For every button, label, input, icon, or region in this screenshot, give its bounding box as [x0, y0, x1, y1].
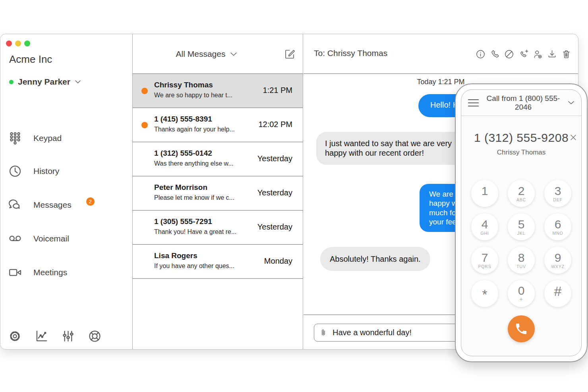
- dialpad-key-6[interactable]: 6MNO: [544, 213, 571, 240]
- sidebar-item-messages[interactable]: Messages 2: [0, 193, 132, 217]
- conversation-time: 1:21 PM: [263, 86, 292, 95]
- conversation-preview: Thanks again for your help...: [154, 126, 235, 133]
- dialed-number-row: 1 (312) 555-9208: [461, 131, 581, 145]
- user-selector[interactable]: Jenny Parker: [9, 77, 81, 87]
- call-icon: [514, 322, 528, 336]
- dialer-header: Call from 1 (800) 555-2046: [461, 90, 581, 116]
- messages-icon: [8, 198, 22, 212]
- dialpad-key-9[interactable]: 9WXYZ: [544, 247, 571, 274]
- dialpad-key-1[interactable]: 1: [471, 180, 498, 207]
- conversation-name: Peter Morrison: [154, 183, 207, 192]
- sidebar-item-history[interactable]: History: [0, 159, 132, 183]
- message-bubble-incoming: Absolutely! Thanks again.: [320, 247, 430, 271]
- dialpad-key-8[interactable]: 8TUV: [508, 247, 535, 274]
- conversation-preview: If you have any other ques...: [154, 263, 234, 270]
- add-call-icon[interactable]: [518, 49, 529, 60]
- chevron-down-icon: [75, 79, 81, 84]
- dialed-number: 1 (312) 555-9208: [474, 131, 569, 144]
- conversation-row[interactable]: Lisa Rogers If you have any other ques..…: [133, 245, 303, 279]
- attachment-paperclip-icon[interactable]: [319, 328, 328, 337]
- conversation-row[interactable]: 1 (312) 555-0142 Was there anything else…: [133, 142, 303, 176]
- conversation-row[interactable]: 1 (305) 555-7291 Thank you! Have a great…: [133, 210, 303, 245]
- conversation-preview: Please let me know if we c...: [154, 194, 234, 201]
- sidebar-item-label: Messages: [33, 200, 72, 210]
- conversation-time: Yesterday: [257, 188, 292, 197]
- sidebar-item-keypad[interactable]: Keypad: [0, 126, 132, 151]
- add-contact-icon[interactable]: [532, 49, 543, 60]
- meetings-icon: [8, 265, 22, 280]
- conversation-preview: Thank you! Have a great re...: [154, 228, 236, 236]
- analytics-chart-icon[interactable]: [34, 329, 49, 344]
- info-icon[interactable]: [475, 49, 486, 60]
- sidebar-item-label: History: [33, 166, 59, 176]
- chat-toolbar: [475, 34, 572, 74]
- conversation-time: 12:02 PM: [258, 120, 292, 129]
- unread-count-badge: 2: [86, 197, 95, 206]
- chevron-down-icon[interactable]: [568, 100, 574, 105]
- dialed-contact-name: Chrissy Thomas: [461, 149, 581, 156]
- chevron-down-icon: [230, 52, 237, 56]
- conversation-name: 1 (415) 555-8391: [154, 115, 212, 124]
- conversation-name: Lisa Rogers: [154, 251, 197, 260]
- conversation-name: Chrissy Thomas: [154, 81, 213, 89]
- company-name: Acme Inc: [9, 53, 52, 66]
- dialpad: 1 2ABC 3DEF 4GHI 5JKL 6MNO 7PQRS 8TUV: [471, 180, 571, 307]
- message-filter-dropdown[interactable]: All Messages: [133, 34, 280, 74]
- conversation-name: 1 (305) 555-7291: [154, 217, 212, 226]
- dialpad-key-3[interactable]: 3DEF: [544, 180, 571, 207]
- dialer-screen: Call from 1 (800) 555-2046 1 (312) 555-9…: [461, 89, 582, 356]
- sidebar-footer: [8, 329, 102, 344]
- filter-label: All Messages: [176, 49, 226, 59]
- sidebar-item-meetings[interactable]: Meetings: [0, 260, 132, 285]
- recipient-label: To: Chrissy Thomas: [314, 48, 387, 58]
- voicemail-icon: [8, 232, 22, 246]
- dialpad-key-4[interactable]: 4GHI: [471, 213, 498, 240]
- user-name: Jenny Parker: [18, 77, 70, 87]
- list-header: All Messages: [133, 34, 303, 74]
- history-icon: [8, 164, 22, 178]
- compose-message-icon[interactable]: [284, 48, 296, 60]
- call-button[interactable]: [508, 315, 535, 342]
- sliders-icon[interactable]: [61, 329, 75, 344]
- dialpad-key-2[interactable]: 2ABC: [508, 180, 535, 207]
- window-controls: [6, 41, 30, 46]
- status-dot: [9, 80, 14, 84]
- chat-header: To: Chrissy Thomas: [304, 34, 578, 74]
- conversation-name: 1 (312) 555-0142: [154, 149, 212, 158]
- dialpad-key-7[interactable]: 7PQRS: [471, 247, 498, 274]
- sidebar-item-label: Voicemail: [33, 234, 69, 243]
- unread-dot: [141, 88, 148, 94]
- dialer-card: Call from 1 (800) 555-2046 1 (312) 555-9…: [455, 83, 588, 362]
- sidebar-item-voicemail[interactable]: Voicemail: [0, 226, 132, 251]
- maximize-window-button[interactable]: [24, 41, 30, 46]
- close-window-button[interactable]: [6, 41, 12, 46]
- download-icon[interactable]: [547, 49, 557, 60]
- sidebar-item-label: Meetings: [33, 268, 67, 277]
- menu-hamburger-icon[interactable]: [468, 98, 479, 107]
- conversation-time: Yesterday: [257, 154, 292, 163]
- dialpad-key-star[interactable]: *: [471, 280, 498, 307]
- sidebar-item-label: Keypad: [33, 133, 62, 143]
- settings-gear-icon[interactable]: [8, 329, 22, 344]
- minimize-window-button[interactable]: [15, 41, 21, 46]
- call-icon[interactable]: [489, 49, 500, 60]
- conversation-row[interactable]: 1 (415) 555-8391 Thanks again for your h…: [133, 108, 303, 142]
- message-bubble-incoming: I just wanted to say that we are very ha…: [316, 132, 467, 165]
- dialpad-key-5[interactable]: 5JKL: [508, 213, 535, 240]
- conversation-row[interactable]: Peter Morrison Please let me know if we …: [133, 176, 303, 210]
- dialpad-key-pound[interactable]: #: [544, 280, 571, 307]
- call-from-selector[interactable]: Call from 1 (800) 555-2046: [483, 94, 564, 112]
- dialpad-key-0[interactable]: 0+: [508, 280, 535, 307]
- help-lifebuoy-icon[interactable]: [87, 329, 102, 344]
- conversation-list-panel: All Messages Chrissy Thomas We are so ha…: [133, 34, 303, 349]
- conversation-time: Yesterday: [257, 222, 292, 232]
- conversation-time: Monday: [264, 257, 292, 266]
- conversation-row[interactable]: Chrissy Thomas We are so happy to hear t…: [133, 74, 303, 108]
- conversation-preview: Was there anything else w...: [154, 160, 234, 167]
- clear-number-icon[interactable]: [569, 133, 577, 141]
- trash-icon[interactable]: [561, 49, 572, 60]
- keypad-icon: [8, 131, 22, 145]
- conversation-preview: We are so happy to hear t...: [154, 92, 232, 99]
- block-icon[interactable]: [504, 49, 514, 60]
- sidebar: Acme Inc Jenny Parker Keypad History: [0, 34, 133, 349]
